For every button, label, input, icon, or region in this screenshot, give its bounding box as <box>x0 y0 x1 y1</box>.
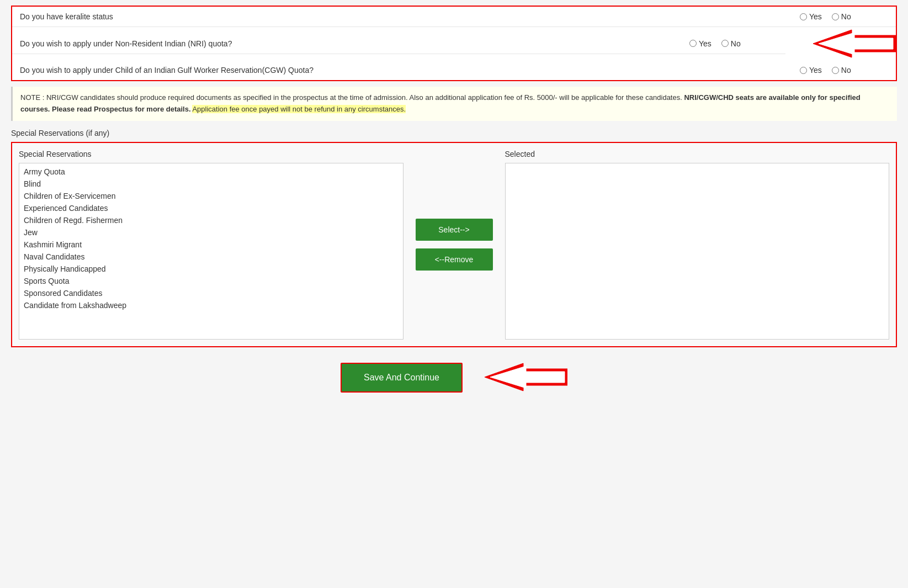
cgw-yes-label[interactable]: Yes <box>800 66 822 75</box>
nri-row-wrapper: Do you wish to apply under Non-Resident … <box>12 27 896 60</box>
right-panel-label: Selected <box>505 150 890 158</box>
right-arrow-icon <box>808 27 896 60</box>
nri-arrow-container <box>808 27 896 60</box>
list-item[interactable]: Sponsored Candidates <box>19 287 403 299</box>
cgw-question-row: Do you wish to apply under Child of an I… <box>12 60 896 80</box>
list-item[interactable]: Naval Candidates <box>19 251 403 263</box>
nri-radio-group: Yes No <box>689 39 778 48</box>
keralite-section: Do you have keralite status Yes No Do yo… <box>11 6 897 81</box>
list-item[interactable]: Candidate from Lakshadweep <box>19 299 403 311</box>
selected-listbox[interactable] <box>505 163 890 340</box>
select-button[interactable]: Select--> <box>416 219 493 241</box>
list-item[interactable]: Physically Handicapped <box>19 263 403 275</box>
nri-no-text: No <box>731 39 741 48</box>
save-continue-button[interactable]: Save And Continue <box>341 363 463 393</box>
keralite-yes-radio[interactable] <box>800 13 807 20</box>
list-item[interactable]: Blind <box>19 178 403 190</box>
list-item[interactable]: Sports Quota <box>19 275 403 287</box>
nri-yes-radio[interactable] <box>689 40 697 47</box>
cgw-yes-text: Yes <box>809 66 822 75</box>
special-reservations-container: Special Reservations Army QuotaBlindChil… <box>11 142 897 347</box>
cgw-no-radio[interactable] <box>832 67 839 74</box>
list-item[interactable]: Kashmiri Migrant <box>19 239 403 251</box>
nri-question-row: Do you wish to apply under Non-Resident … <box>12 34 785 54</box>
right-list-panel: Selected <box>505 150 890 340</box>
keralite-no-radio[interactable] <box>832 13 839 20</box>
list-item[interactable]: Jew <box>19 226 403 239</box>
middle-controls: Select--> <--Remove <box>410 150 498 340</box>
remove-button[interactable]: <--Remove <box>416 248 493 271</box>
cgw-no-label[interactable]: No <box>832 66 851 75</box>
list-item[interactable]: Children of Ex-Servicemen <box>19 190 403 202</box>
left-panel-label: Special Reservations <box>19 150 403 158</box>
list-item[interactable]: Army Quota <box>19 166 403 178</box>
keralite-yes-text: Yes <box>809 12 822 21</box>
cgw-no-text: No <box>841 66 851 75</box>
nri-yes-text: Yes <box>699 39 711 48</box>
nri-no-radio[interactable] <box>721 40 729 47</box>
keralite-no-text: No <box>841 12 851 21</box>
list-item[interactable]: Children of Regd. Fishermen <box>19 214 403 226</box>
cgw-yes-radio[interactable] <box>800 67 807 74</box>
nri-no-label[interactable]: No <box>721 39 741 48</box>
note-box: NOTE : NRI/CGW candidates should produce… <box>11 87 897 121</box>
bottom-arrow-icon <box>479 361 567 394</box>
keralite-yes-label[interactable]: Yes <box>800 12 822 21</box>
footer-wrapper: Save And Continue <box>11 361 897 395</box>
left-list-panel: Special Reservations Army QuotaBlindChil… <box>19 150 403 340</box>
keralite-no-label[interactable]: No <box>832 12 851 21</box>
note-prefix: NOTE : NRI/CGW candidates should produce… <box>20 93 682 102</box>
special-reservations-listbox[interactable]: Army QuotaBlindChildren of Ex-Servicemen… <box>19 163 403 340</box>
nri-yes-label[interactable]: Yes <box>689 39 711 48</box>
keralite-radio-group: Yes No <box>800 12 888 21</box>
note-suffix: Application fee once payed will not be r… <box>192 105 406 113</box>
footer-arrow-container <box>479 361 567 395</box>
cgw-radio-group: Yes No <box>800 66 888 75</box>
cgw-question-text: Do you wish to apply under Child of an I… <box>20 66 800 75</box>
keralite-question-text: Do you have keralite status <box>20 12 800 21</box>
nri-question-text: Do you wish to apply under Non-Resident … <box>20 39 689 48</box>
keralite-question-row: Do you have keralite status Yes No <box>12 7 896 27</box>
special-reservations-label: Special Reservations (if any) <box>11 129 897 137</box>
list-item[interactable]: Experienced Candidates <box>19 202 403 214</box>
